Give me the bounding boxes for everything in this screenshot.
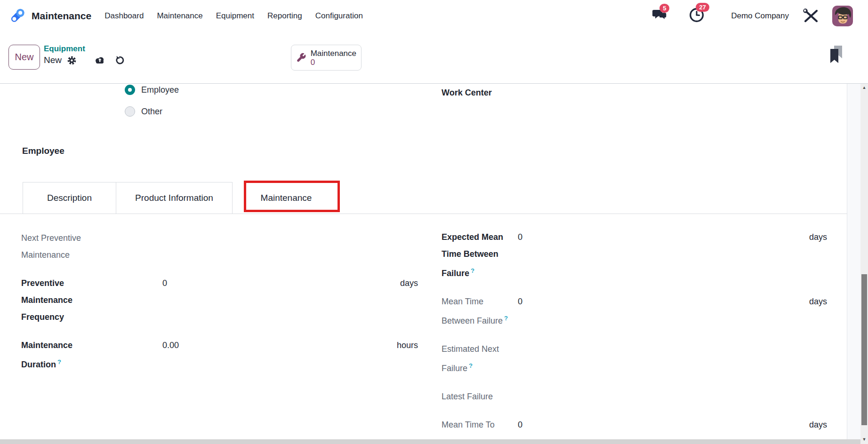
field-row-latest-failure: Latest Failure: [442, 388, 827, 405]
bookmark-icon: [829, 45, 844, 65]
discard-changes-button[interactable]: [114, 55, 125, 65]
field-row-maintenance-duration: Maintenance Duration?0.00hours: [21, 337, 418, 373]
stat-button-label: Maintenance: [311, 49, 356, 58]
cloud-upload-icon: [94, 56, 105, 65]
nav-menus: DashboardMaintenanceEquipmentReportingCo…: [104, 11, 363, 21]
scrollbar-thumb[interactable]: [861, 274, 867, 425]
debug-tools-button[interactable]: [802, 8, 820, 24]
equipment-form-sheet: EmployeeOther Work Center Employee Descr…: [0, 84, 847, 440]
employee-section-label: Employee: [22, 146, 64, 156]
notebook-tabs: DescriptionProduct InformationMaintenanc…: [23, 182, 340, 214]
field-unit: hours: [397, 337, 418, 354]
breadcrumb-current: New: [44, 55, 62, 65]
field-label: Expected Mean Time Between Failure?: [442, 229, 518, 282]
wrench-icon: [296, 51, 306, 64]
activities-count-badge: 27: [696, 3, 709, 12]
field-row-expected-mean-time-between-failure: Expected Mean Time Between Failure?0days: [442, 229, 827, 282]
nav-menu-dashboard[interactable]: Dashboard: [104, 11, 144, 21]
stat-button-value: 0: [311, 58, 315, 67]
field-value[interactable]: [518, 388, 827, 405]
radio-label: Employee: [141, 85, 179, 95]
field-label: Maintenance Duration?: [21, 337, 106, 373]
field-value[interactable]: 0: [518, 229, 809, 246]
nav-menu-reporting[interactable]: Reporting: [267, 11, 302, 21]
tab-maintenance[interactable]: Maintenance: [233, 182, 340, 214]
company-switcher[interactable]: Demo Company: [731, 11, 789, 21]
breadcrumb-parent-link[interactable]: Equipment: [44, 44, 85, 54]
fields-column-right: Expected Mean Time Between Failure?0days…: [442, 229, 827, 444]
radio-selected-icon[interactable]: [125, 85, 135, 95]
field-label: Latest Failure: [442, 388, 518, 405]
tab-product-information[interactable]: Product Information: [116, 182, 233, 214]
help-question-icon[interactable]: ?: [57, 358, 61, 365]
field-unit: days: [809, 416, 827, 433]
help-question-icon[interactable]: ?: [504, 315, 508, 322]
radio-option-other[interactable]: Other: [125, 106, 162, 117]
field-label: Estimated Next Failure?: [442, 341, 518, 377]
field-value[interactable]: 0.00: [162, 337, 397, 354]
tab-description[interactable]: Description: [23, 182, 116, 214]
user-avatar[interactable]: [832, 6, 853, 26]
vertical-scrollbar[interactable]: ▲ ▼: [860, 84, 868, 444]
radio-label: Other: [141, 107, 162, 117]
field-value[interactable]: 0: [162, 275, 400, 292]
field-value[interactable]: [162, 230, 418, 246]
field-row-preventive-maintenance-frequency: Preventive Maintenance Frequency0days: [21, 275, 418, 325]
nav-menu-equipment[interactable]: Equipment: [216, 11, 254, 21]
radio-unselected-icon[interactable]: [125, 106, 135, 117]
actions-gear-button[interactable]: [67, 56, 77, 65]
field-value[interactable]: [518, 341, 827, 357]
field-label: Preventive Maintenance Frequency: [21, 275, 106, 325]
help-question-icon[interactable]: ?: [471, 267, 474, 274]
field-value[interactable]: 0: [518, 293, 809, 310]
maintenance-stat-button[interactable]: Maintenance 0: [291, 45, 362, 71]
field-row-estimated-next-failure: Estimated Next Failure?: [442, 341, 827, 377]
radio-option-employee[interactable]: Employee: [125, 85, 179, 95]
messages-button[interactable]: 5: [652, 8, 668, 24]
messages-count-badge: 5: [659, 4, 669, 13]
help-question-icon[interactable]: ?: [469, 362, 473, 369]
work-center-label: Work Center: [442, 88, 492, 98]
field-value[interactable]: 0: [518, 416, 809, 433]
gear-icon: [67, 56, 77, 65]
nav-menu-maintenance[interactable]: Maintenance: [157, 11, 202, 21]
field-unit: days: [809, 293, 827, 310]
top-navbar: Maintenance DashboardMaintenanceEquipmen…: [0, 0, 868, 32]
scroll-down-arrow[interactable]: ▼: [860, 437, 868, 442]
field-unit: days: [809, 229, 827, 246]
add-to-favorites-button[interactable]: [829, 45, 844, 67]
nav-menu-configuration[interactable]: Configuration: [315, 11, 363, 21]
field-label: Next Preventive Maintenance: [21, 230, 106, 263]
navbar-right: 5 27 Demo Company: [652, 6, 853, 26]
control-panel: New Equipment New: [0, 32, 868, 84]
sheet-right-gutter: [847, 84, 860, 440]
app-title[interactable]: Maintenance: [32, 10, 91, 22]
breadcrumb: Equipment New: [44, 44, 125, 65]
scroll-up-arrow[interactable]: ▲: [860, 85, 868, 90]
notebook-underline: [0, 214, 847, 214]
field-row-mean-time-between-failure: Mean Time Between Failure?0days: [442, 293, 827, 329]
app-logo-icon[interactable]: [8, 7, 26, 25]
tools-icon: [802, 8, 820, 24]
field-row-next-preventive-maintenance: Next Preventive Maintenance: [21, 230, 418, 263]
save-record-button[interactable]: [94, 56, 105, 65]
avatar-image: [832, 6, 853, 26]
fields-column-left: Next Preventive MaintenancePreventive Ma…: [21, 230, 418, 384]
undo-icon: [114, 55, 125, 65]
horizontal-scrollbar[interactable]: [0, 439, 860, 444]
field-unit: days: [400, 275, 418, 292]
field-label: Mean Time Between Failure?: [442, 293, 518, 329]
activities-button[interactable]: 27: [689, 7, 705, 25]
new-button[interactable]: New: [8, 45, 40, 70]
